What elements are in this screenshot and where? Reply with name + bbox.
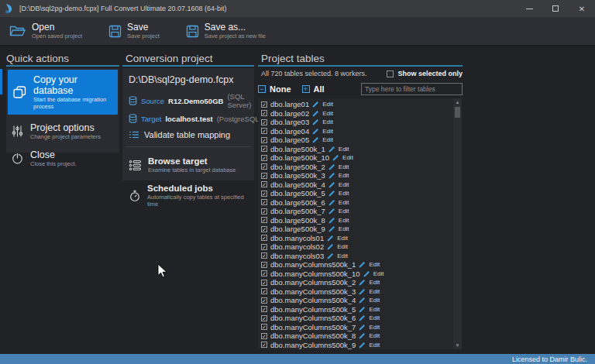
target-row[interactable]: Target localhost.test (PostgreSQL) [122, 112, 254, 125]
table-edit-link[interactable]: Edit [339, 190, 349, 197]
table-row[interactable]: ✓ dbo.manyColumns500k_6 Edit [261, 314, 453, 323]
scroll-up-icon[interactable]: ▲ [453, 98, 462, 106]
table-checkbox[interactable]: ✓ [261, 137, 267, 143]
table-checkbox[interactable]: ✓ [261, 110, 267, 116]
validate-table-mapping-button[interactable]: Validate table mapping [122, 125, 254, 145]
table-row[interactable]: ✓ dbo.manyColumns500k_9 Edit [261, 341, 453, 350]
table-row[interactable]: ✓ dbo.manyColumns500k_7 Edit [261, 323, 453, 332]
table-row[interactable]: ✓ dbo.large500k_9 Edit [261, 225, 453, 234]
close-button[interactable]: ✕ [569, 0, 595, 17]
table-row[interactable]: ✓ dbo.manyColumns500k_10 Edit [261, 270, 453, 279]
table-edit-link[interactable]: Edit [339, 208, 349, 215]
table-checkbox[interactable]: ✓ [261, 128, 267, 134]
filter-tables-input[interactable] [361, 83, 463, 95]
table-checkbox[interactable]: ✓ [261, 191, 267, 197]
table-checkbox[interactable]: ✓ [261, 163, 267, 170]
scheduled-jobs-button[interactable]: Scheduled jobs Automatically copy tables… [122, 179, 254, 213]
table-edit-link[interactable]: Edit [337, 243, 348, 250]
copy-your-database-button[interactable]: Copy your database Start the database mi… [8, 70, 118, 115]
table-row[interactable]: ✓ dbo.manyColumns500k_3 Edit [261, 287, 453, 297]
table-edit-link[interactable]: Edit [369, 297, 380, 304]
table-checkbox[interactable]: ✓ [261, 306, 267, 312]
table-checkbox[interactable]: ✓ [261, 199, 267, 205]
table-row[interactable]: ✓ dbo.manyColumns500k_2 Edit [261, 278, 453, 287]
table-row[interactable]: ✓ dbo.manycols01 Edit [261, 234, 453, 243]
table-checkbox[interactable]: ✓ [261, 217, 267, 223]
table-edit-link[interactable]: Edit [369, 332, 380, 339]
table-checkbox[interactable]: ✓ [261, 101, 267, 108]
table-checkbox[interactable]: ✓ [261, 280, 267, 286]
table-checkbox[interactable]: ✓ [261, 235, 267, 241]
table-checkbox[interactable]: ✓ [261, 244, 267, 250]
table-row[interactable]: ✓ dbo.manyColumns500k_8 Edit [261, 331, 453, 341]
table-edit-link[interactable]: Edit [322, 128, 333, 135]
table-row[interactable]: ✓ dbo.large500k_8 Edit [261, 216, 453, 225]
tables-list[interactable]: ✓ dbo.large01 Edit ✓ dbo.large02 Edit ✓ … [258, 98, 453, 349]
table-checkbox[interactable]: ✓ [261, 297, 267, 304]
scroll-down-icon[interactable]: ▼ [453, 342, 462, 349]
table-edit-link[interactable]: Edit [339, 146, 349, 153]
select-none-button[interactable]: − None [258, 84, 291, 94]
table-row[interactable]: ✓ dbo.large500k_5 Edit [261, 189, 453, 198]
table-checkbox[interactable]: ✓ [261, 155, 267, 161]
table-row[interactable]: ✓ dbo.manycols02 Edit [261, 242, 453, 252]
table-row[interactable]: ✓ dbo.large500k_4 Edit [261, 180, 453, 190]
table-row[interactable]: ✓ dbo.large500k_10 Edit [261, 153, 453, 163]
table-edit-link[interactable]: Edit [337, 235, 348, 242]
table-edit-link[interactable]: Edit [339, 181, 349, 188]
table-row[interactable]: ✓ dbo.large01 Edit [261, 100, 453, 109]
save-as-button[interactable]: Save as... Save project as new file [183, 20, 269, 42]
table-edit-link[interactable]: Edit [342, 154, 353, 161]
table-row[interactable]: ✓ dbo.large02 Edit [261, 109, 453, 118]
table-row[interactable]: ✓ dbo.large04 Edit [261, 127, 453, 136]
table-edit-link[interactable]: Edit [322, 136, 333, 143]
select-all-button[interactable]: + All [302, 84, 325, 94]
table-checkbox[interactable]: ✓ [261, 252, 267, 259]
table-row[interactable]: ✓ dbo.large03 Edit [261, 118, 453, 127]
table-checkbox[interactable]: ✓ [261, 315, 267, 321]
table-edit-link[interactable]: Edit [369, 279, 380, 286]
table-edit-link[interactable]: Edit [337, 252, 348, 259]
table-edit-link[interactable]: Edit [373, 270, 384, 277]
close-project-button[interactable]: Close Close this project. [6, 145, 119, 172]
minimize-button[interactable] [516, 0, 542, 17]
table-edit-link[interactable]: Edit [339, 225, 349, 232]
table-row[interactable]: ✓ dbo.large500k_6 Edit [261, 198, 453, 208]
table-edit-link[interactable]: Edit [322, 101, 333, 108]
table-checkbox[interactable]: ✓ [261, 181, 267, 187]
table-row[interactable]: ✓ dbo.manyColumns500k_1 Edit [261, 260, 453, 270]
browse-target-button[interactable]: Browse target Examine tables in target d… [122, 152, 254, 179]
table-edit-link[interactable]: Edit [369, 324, 380, 331]
table-checkbox[interactable]: ✓ [261, 173, 267, 179]
table-row[interactable]: ✓ dbo.manyColumns500k_4 Edit [261, 296, 453, 305]
table-edit-link[interactable]: Edit [369, 261, 380, 268]
maximize-button[interactable] [542, 0, 569, 17]
show-selected-only-toggle[interactable]: Show selected only [387, 70, 463, 77]
table-edit-link[interactable]: Edit [339, 172, 349, 179]
table-row[interactable]: ✓ dbo.large500k_2 Edit [261, 163, 453, 172]
project-options-button[interactable]: Project options Change project parameter… [6, 118, 119, 145]
table-edit-link[interactable]: Edit [322, 110, 333, 117]
source-row[interactable]: Source R12.Demo50GB (SQL Server) [122, 90, 254, 112]
table-edit-link[interactable]: Edit [369, 288, 380, 295]
table-edit-link[interactable]: Edit [339, 163, 349, 170]
table-row[interactable]: ✓ dbo.manyColumns500k_5 Edit [261, 305, 453, 314]
table-edit-link[interactable]: Edit [339, 217, 349, 224]
table-edit-link[interactable]: Edit [369, 314, 380, 321]
table-checkbox[interactable]: ✓ [261, 333, 267, 339]
table-checkbox[interactable]: ✓ [261, 262, 267, 268]
table-checkbox[interactable]: ✓ [261, 146, 267, 152]
table-row[interactable]: ✓ dbo.large05 Edit [261, 136, 453, 145]
table-checkbox[interactable]: ✓ [261, 226, 267, 232]
table-checkbox[interactable]: ✓ [261, 119, 267, 125]
table-edit-link[interactable]: Edit [339, 199, 349, 206]
table-edit-link[interactable]: Edit [369, 342, 380, 349]
table-checkbox[interactable]: ✓ [261, 208, 267, 215]
table-edit-link[interactable]: Edit [369, 306, 380, 313]
table-checkbox[interactable]: ✓ [261, 288, 267, 294]
table-row[interactable]: ✓ dbo.large500k_1 Edit [261, 145, 453, 154]
table-checkbox[interactable]: ✓ [261, 270, 267, 276]
scrollbar-thumb[interactable] [455, 107, 460, 118]
table-checkbox[interactable]: ✓ [261, 324, 267, 330]
tables-scrollbar[interactable]: ▲ ▼ [453, 98, 462, 349]
